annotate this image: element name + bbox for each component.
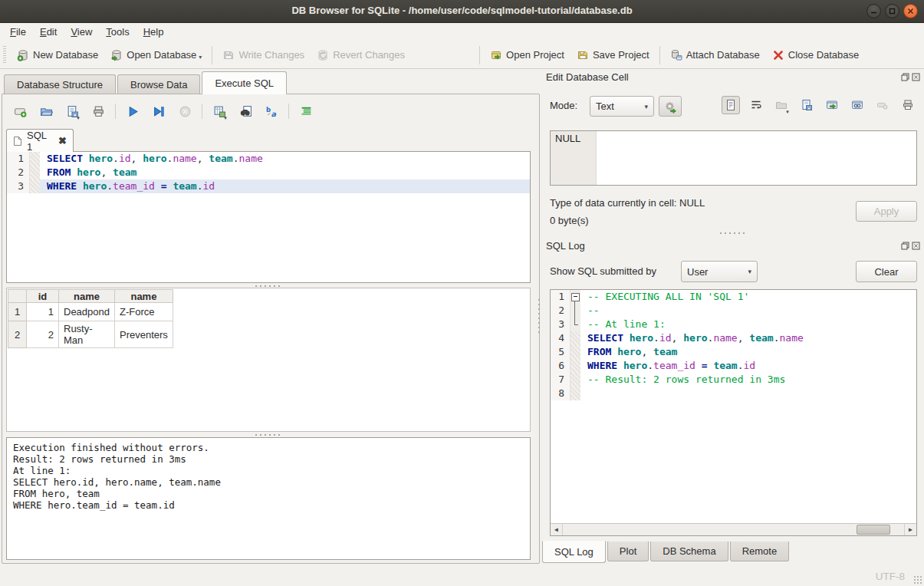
execute-all-button[interactable] bbox=[123, 102, 142, 120]
tab-browse-data[interactable]: Browse Data bbox=[117, 74, 200, 94]
close-button[interactable] bbox=[903, 4, 918, 18]
scrollbar-track[interactable] bbox=[563, 524, 904, 535]
main-tab-bar: Database Structure Browse Data Execute S… bbox=[0, 71, 541, 94]
open-database-dropdown-caret[interactable]: ▾ bbox=[199, 54, 202, 61]
open-project-button[interactable]: Open Project bbox=[484, 45, 571, 65]
table-cell[interactable]: Rusty-Man bbox=[59, 321, 115, 348]
apply-button[interactable]: Apply bbox=[856, 201, 917, 222]
print-cell-button[interactable] bbox=[899, 96, 917, 114]
code-line[interactable]: 2-- bbox=[551, 304, 916, 318]
sql-log-editor[interactable]: 1-- EXECUTING ALL IN 'SQL 1'2--3-- At li… bbox=[550, 289, 917, 536]
letters-ab-button[interactable]: ba bbox=[262, 102, 281, 120]
horizontal-scrollbar[interactable]: ◀ ▶ bbox=[551, 523, 916, 535]
set-null-button[interactable] bbox=[873, 96, 892, 114]
close-database-button[interactable]: Close Database bbox=[766, 45, 866, 65]
close-panel-icon[interactable] bbox=[912, 73, 920, 81]
corner-header[interactable] bbox=[8, 290, 27, 303]
execute-line-button[interactable] bbox=[150, 102, 168, 120]
write-changes-button[interactable]: Write Changes bbox=[216, 45, 311, 65]
code-line[interactable]: 6WHERE hero.team_id = team.id bbox=[551, 359, 916, 373]
tab-remote[interactable]: Remote bbox=[730, 542, 790, 561]
table-cell[interactable]: 1 bbox=[27, 303, 59, 321]
row-header[interactable]: 2 bbox=[8, 321, 27, 348]
toolbar-drag-handle[interactable] bbox=[2, 46, 8, 64]
scrollbar-thumb[interactable] bbox=[857, 525, 890, 535]
menu-view[interactable]: View bbox=[64, 23, 99, 41]
column-header[interactable]: id bbox=[27, 290, 59, 303]
close-panel-icon[interactable] bbox=[912, 242, 920, 250]
table-cell[interactable]: Preventers bbox=[115, 321, 173, 348]
revert-changes-button[interactable]: Revert Changes bbox=[311, 45, 411, 65]
tab-execute-sql[interactable]: Execute SQL bbox=[202, 71, 287, 94]
table-cell[interactable]: Deadpond bbox=[59, 303, 115, 321]
tab-db-schema[interactable]: DB Schema bbox=[650, 542, 728, 561]
table-row: 11DeadpondZ-Force bbox=[8, 303, 173, 321]
maximize-button[interactable] bbox=[885, 4, 899, 18]
tab-sql-log[interactable]: SQL Log bbox=[542, 541, 606, 563]
column-header[interactable]: name bbox=[59, 290, 115, 303]
format-sql-button[interactable] bbox=[297, 102, 315, 120]
column-header[interactable]: name bbox=[115, 290, 173, 303]
fold-toggle-icon[interactable] bbox=[571, 290, 580, 304]
vertical-splitter[interactable] bbox=[536, 69, 542, 568]
sql-editor[interactable]: 1SELECT hero.id, hero.name, team.name2FR… bbox=[6, 151, 531, 283]
code-line[interactable]: 1SELECT hero.id, hero.name, team.name bbox=[7, 152, 530, 166]
print-icon bbox=[902, 99, 914, 111]
code-line[interactable]: 2FROM hero, team bbox=[7, 166, 530, 179]
open-in-window-button[interactable] bbox=[823, 96, 841, 114]
print-icon bbox=[92, 105, 105, 118]
mode-select[interactable]: Text▾ bbox=[590, 96, 654, 117]
cell-value-editor[interactable]: NULL bbox=[550, 130, 917, 186]
save-project-button[interactable]: Save Project bbox=[571, 45, 656, 65]
menu-edit[interactable]: Edit bbox=[33, 23, 64, 41]
print-button[interactable] bbox=[89, 102, 107, 120]
menu-tools[interactable]: Tools bbox=[99, 23, 136, 41]
open-sql-file-button[interactable] bbox=[37, 102, 55, 120]
new-database-button[interactable]: New Database bbox=[11, 45, 104, 65]
sql-toolbar: ▾ ▾ ba bbox=[11, 101, 315, 121]
new-tab-button[interactable] bbox=[11, 102, 29, 120]
code-line[interactable]: 4SELECT hero.id, hero.name, team.name bbox=[551, 331, 916, 345]
float-panel-icon[interactable] bbox=[901, 73, 909, 81]
menu-file[interactable]: File bbox=[3, 23, 33, 41]
code-line[interactable]: 8 bbox=[551, 387, 916, 400]
table-cell[interactable]: Z-Force bbox=[115, 303, 173, 321]
tab-database-structure[interactable]: Database Structure bbox=[4, 74, 116, 94]
log-filter-select[interactable]: User▾ bbox=[681, 261, 758, 282]
titlebar[interactable]: DB Browser for SQLite - /home/user/code/… bbox=[0, 0, 924, 23]
minimize-button[interactable] bbox=[866, 4, 881, 18]
execution-message-area[interactable]: Execution finished without errors. Resul… bbox=[6, 437, 531, 560]
code-line[interactable]: 1-- EXECUTING ALL IN 'SQL 1' bbox=[551, 290, 916, 304]
scroll-right-icon[interactable]: ▶ bbox=[904, 524, 916, 535]
find-button[interactable] bbox=[236, 102, 255, 120]
scroll-left-icon[interactable]: ◀ bbox=[551, 524, 563, 535]
row-header[interactable]: 1 bbox=[8, 303, 27, 321]
word-wrap-button[interactable] bbox=[747, 96, 765, 114]
stop-icon bbox=[179, 105, 192, 118]
horizontal-splitter[interactable] bbox=[6, 432, 531, 437]
horizontal-splitter[interactable] bbox=[542, 230, 924, 235]
resize-grip-icon[interactable] bbox=[913, 575, 922, 584]
float-panel-icon[interactable] bbox=[901, 242, 909, 250]
save-sql-file-button[interactable]: ▾ bbox=[63, 102, 81, 120]
code-line[interactable]: 3WHERE hero.team_id = team.id bbox=[7, 179, 530, 193]
attach-database-button[interactable]: Attach Database bbox=[664, 45, 766, 65]
close-tab-icon[interactable]: ✖ bbox=[58, 135, 67, 146]
export-file-button[interactable] bbox=[797, 96, 816, 114]
sql-editor-tab[interactable]: SQL 1 ✖ bbox=[6, 129, 74, 152]
tab-plot[interactable]: Plot bbox=[607, 542, 649, 561]
import-file-button[interactable]: ▾ bbox=[772, 96, 791, 114]
menu-help[interactable]: Help bbox=[136, 23, 171, 41]
code-line[interactable]: 5FROM hero, team bbox=[551, 345, 916, 359]
document-icon bbox=[13, 136, 22, 146]
table-cell[interactable]: 2 bbox=[27, 321, 59, 348]
text-mode-button[interactable] bbox=[722, 96, 740, 114]
code-line[interactable]: 7-- Result: 2 rows returned in 3ms bbox=[551, 373, 916, 387]
open-database-button[interactable]: Open Database ▾ bbox=[104, 45, 208, 65]
apply-mode-button[interactable] bbox=[659, 96, 682, 117]
code-line[interactable]: 3-- At line 1: bbox=[551, 318, 916, 331]
clear-log-button[interactable]: Clear bbox=[856, 261, 917, 282]
export-csv-button[interactable]: ▾ bbox=[210, 102, 229, 120]
stop-button[interactable] bbox=[176, 102, 194, 120]
link-button[interactable] bbox=[848, 96, 866, 114]
